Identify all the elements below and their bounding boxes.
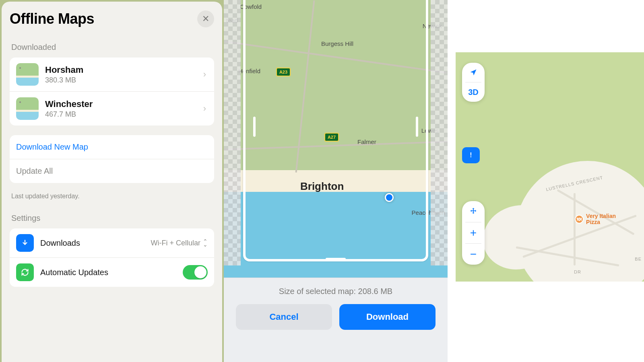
zoom-in-button[interactable]: + <box>462 222 485 243</box>
close-button[interactable]: ✕ <box>197 10 214 27</box>
exclamation-icon: ! <box>470 152 472 159</box>
crop-handle-right[interactable] <box>416 117 418 137</box>
setting-value: Wi-Fi + Cellular <box>151 239 200 247</box>
section-label-downloaded: Downloaded <box>11 43 213 52</box>
setting-label: Downloads <box>40 239 151 248</box>
selection-rectangle[interactable] <box>243 0 428 261</box>
map-thumbnail <box>16 97 39 120</box>
auto-updates-setting-row: Automatic Updates <box>10 258 214 287</box>
map-name: Winchester <box>45 99 202 109</box>
location-arrow-icon <box>469 68 477 76</box>
download-icon <box>16 234 34 252</box>
out-of-bounds-overlay <box>224 0 241 265</box>
downloads-setting-row[interactable]: Downloads Wi-Fi + Cellular ⌃⌄ <box>10 228 214 258</box>
3d-button[interactable]: 3D <box>462 82 485 102</box>
close-icon: ✕ <box>202 14 209 24</box>
settings-card: Downloads Wi-Fi + Cellular ⌃⌄ Automatic … <box>10 228 214 287</box>
zoom-controls-pill: + − <box>462 201 485 265</box>
crop-handle-bottom[interactable] <box>326 258 346 260</box>
sheet-header: Offline Maps ✕ <box>10 10 214 27</box>
locate-button[interactable] <box>462 63 485 82</box>
map-size: 467.7 MB <box>45 110 202 119</box>
button-row: Cancel Download <box>236 304 436 330</box>
crop-handle-left[interactable] <box>253 117 256 137</box>
poi-restaurant[interactable]: 🍽 Very Italian Pizza <box>575 213 616 226</box>
section-label-settings: Settings <box>11 214 213 223</box>
downloaded-maps-card: Horsham 380.3 MB › Winchester 467.7 MB › <box>10 58 214 125</box>
map-name: Horsham <box>45 65 202 75</box>
update-all-link[interactable]: Update All <box>10 159 214 183</box>
setting-label: Automatic Updates <box>40 268 183 277</box>
offline-maps-sheet: Offline Maps ✕ Downloaded Horsham 380.3 … <box>2 2 222 362</box>
page-title: Offline Maps <box>10 10 94 27</box>
cancel-button[interactable]: Cancel <box>236 304 332 330</box>
road-name-label: DR <box>574 269 581 274</box>
download-new-map-link[interactable]: Download New Map <box>10 135 214 159</box>
chevron-right-icon: › <box>202 103 208 114</box>
row-body: Winchester 467.7 MB <box>45 99 202 119</box>
road-name-label: BE <box>635 257 642 261</box>
map-controls-panel: LUSTRELLS CRESCENT DR BE 🍽 Very Italian … <box>448 0 644 362</box>
move-icon <box>469 207 478 216</box>
view-controls-pill: 3D <box>462 63 485 102</box>
download-bottom-bar: Size of selected map: 208.6 MB Cancel Do… <box>224 278 448 362</box>
report-issue-button[interactable]: ! <box>462 147 480 163</box>
map-size: 380.3 MB <box>45 76 202 84</box>
downloaded-map-row[interactable]: Winchester 467.7 MB › <box>10 92 214 125</box>
download-button[interactable]: Download <box>339 304 436 330</box>
out-of-bounds-overlay <box>431 0 448 265</box>
plus-icon: + <box>470 226 477 239</box>
pan-button[interactable] <box>462 201 485 222</box>
selected-size-text: Size of selected map: 208.6 MB <box>236 287 436 296</box>
row-body: Horsham 380.3 MB <box>45 65 202 84</box>
chevron-right-icon: › <box>202 69 208 80</box>
actions-card: Download New Map Update All <box>10 135 214 183</box>
downloaded-map-row[interactable]: Horsham 380.3 MB › <box>10 58 214 92</box>
restaurant-icon: 🍽 <box>575 215 584 224</box>
last-updated-text: Last updated yesterday. <box>11 193 213 200</box>
zoom-out-button[interactable]: − <box>462 244 485 265</box>
poi-label: Very Italian Pizza <box>586 213 616 226</box>
refresh-icon <box>16 263 34 281</box>
minus-icon: − <box>470 248 477 261</box>
download-map-panel: Cowfold tead Henfield Burgess Hill Newic… <box>224 0 448 362</box>
map-thumbnail <box>16 63 39 86</box>
auto-updates-toggle[interactable] <box>183 265 208 280</box>
offline-maps-panel: Offline Maps ✕ Downloaded Horsham 380.3 … <box>0 0 224 362</box>
updown-icon: ⌃⌄ <box>203 240 208 246</box>
